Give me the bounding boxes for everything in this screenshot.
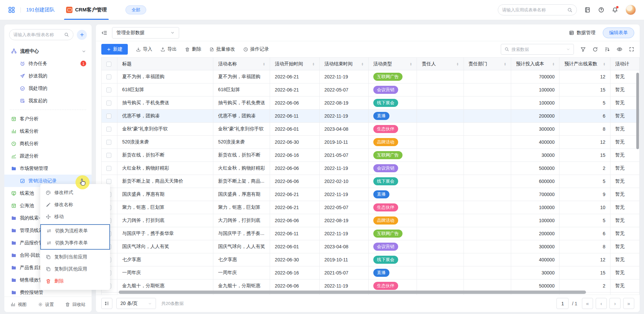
row-checkbox[interactable] (106, 127, 111, 132)
table-row[interactable]: 新货不断上架，商品天天降价新货不断上架，商品...2022-06-062022-… (102, 175, 640, 188)
sidebar-item-started-by-me[interactable]: 我发起的 (4, 95, 92, 107)
column-visibility-eye-icon[interactable] (616, 46, 623, 52)
table-row[interactable]: 国庆气球向，人人有奖国庆气球向，人人有奖2022-06-012023-04-08… (102, 240, 640, 253)
vertical-scrollbar[interactable] (636, 73, 639, 149)
column-header-type[interactable]: 活动类型▲▼ (368, 58, 417, 70)
global-search-input[interactable] (502, 7, 565, 12)
sidebar-section-process-center[interactable]: 流程中心 (4, 45, 92, 57)
menu-item-switch-to-flow-form[interactable]: 切换为流程表单 (41, 225, 109, 237)
table-search-input[interactable] (512, 47, 564, 52)
scope-badge[interactable]: 全部 (125, 5, 146, 14)
page-size-selector[interactable]: 20 条/页 (116, 298, 156, 309)
sidebar-item-opportunity-analysis[interactable]: 商机分析 (4, 137, 92, 150)
menu-item-rename[interactable]: 修改名称 (40, 199, 110, 211)
table-row[interactable]: 大刀阔斧，打折到底大刀阔斧，打折到底2022-06-062022-08-19品牌… (102, 214, 640, 227)
menu-item-move[interactable]: 移动 (40, 211, 110, 223)
tab-crm-app[interactable]: CRM客户管理 (66, 0, 107, 20)
sort-icon[interactable] (604, 47, 610, 52)
table-row[interactable]: 聚力，钜惠，巨划算聚力，钜惠，巨划算2022-06-212022-05-07生态… (102, 201, 640, 214)
last-page-button[interactable]: » (623, 298, 634, 309)
table-row[interactable]: 优惠不够，团购凑优惠不够，团购凑2022-06-112022-11-19直播20… (102, 110, 640, 123)
menu-item-switch-to-event-form[interactable]: 切换为事件表单 (41, 237, 109, 249)
batch-edit-button[interactable]: 批量修改 (209, 46, 235, 52)
form-search[interactable] (9, 29, 73, 40)
new-record-button[interactable]: 新建 (101, 44, 128, 55)
column-header-leads[interactable]: 预计产出线索数▲▼ (559, 58, 610, 70)
app-launcher-grid-icon[interactable] (8, 6, 15, 13)
column-header-end[interactable]: 活动结束时间▲▼ (319, 58, 368, 70)
row-height-button[interactable] (101, 298, 112, 309)
global-search[interactable] (498, 4, 577, 15)
prev-page-button[interactable]: ‹ (596, 298, 607, 309)
first-page-button[interactable]: « (582, 298, 593, 309)
menu-item-modify-style[interactable]: 修改样式 (40, 187, 110, 199)
sidebar-item-followup-analysis[interactable]: 跟进分析 (4, 150, 92, 162)
sort-caret[interactable]: ▲▼ (312, 62, 315, 66)
select-all-checkbox[interactable] (106, 62, 111, 67)
form-search-input[interactable] (13, 32, 62, 37)
data-manage-button[interactable]: 数据管理 (569, 30, 595, 36)
column-header-dept[interactable]: 责任部门▲▼ (464, 58, 511, 70)
delete-button[interactable]: 删除 (185, 46, 201, 52)
sort-caret[interactable]: ▲▼ (410, 62, 412, 66)
views-button[interactable]: 视图 (10, 302, 26, 308)
row-checkbox[interactable] (106, 101, 111, 106)
settings-button[interactable]: 设置 (38, 302, 54, 308)
table-row[interactable]: 火红金秋，购物好精彩火红金秋，购物好精彩2022-06-062022-11-19… (102, 162, 640, 175)
sidebar-item-cc-to-me[interactable]: 抄送我的 (4, 70, 92, 82)
horizontal-scrollbar[interactable] (119, 291, 586, 294)
column-header-owner[interactable]: 责任人▲▼ (417, 58, 464, 70)
row-checkbox[interactable] (106, 114, 111, 119)
sidebar-folder-marketing[interactable]: 市场营销管理 (4, 162, 92, 175)
row-checkbox[interactable] (106, 74, 111, 79)
table-row[interactable]: 与国庆甲子，携手奏华章与国庆甲子，携手奏...2022-06-112022-11… (102, 227, 640, 240)
help-button[interactable] (598, 7, 604, 13)
column-header-plan[interactable]: 活动计 (610, 58, 639, 70)
next-page-button[interactable]: › (609, 298, 621, 309)
column-header-cost[interactable]: 预计投入成本▲▼ (511, 58, 559, 70)
sort-caret[interactable]: ▲▼ (603, 62, 605, 66)
table-row[interactable]: 国庆盛典，厚惠有期国庆盛典，厚惠有期2022-06-212022-11-19直播… (102, 188, 640, 201)
table-row[interactable]: 一周年庆一周年庆2022-06-162021-05-07直播3000015暂无 (102, 266, 640, 279)
export-button[interactable]: 导出 (160, 46, 177, 52)
row-checkbox[interactable] (106, 166, 111, 171)
sidebar-item-leads-analysis[interactable]: 线索分析 (4, 125, 92, 137)
sort-caret[interactable]: ▲▼ (504, 62, 506, 66)
table-row[interactable]: 新货在线，折扣不断新货在线，折扣不断2022-06-162021-05-07互联… (102, 149, 640, 162)
edit-form-button[interactable]: 编辑表单 (603, 27, 634, 38)
menu-item-copy-to-current-app[interactable]: 复制到当前应用 (40, 251, 110, 263)
filter-funnel-icon[interactable] (580, 47, 586, 52)
collapse-sidebar-icon[interactable] (101, 30, 107, 36)
menu-item-copy-to-other-app[interactable]: 复制到其他应用 (40, 263, 110, 275)
user-avatar[interactable] (626, 5, 636, 15)
table-row[interactable]: 520浪漫来袭520浪漫来袭2022-06-302019-10-11品牌活动40… (102, 136, 640, 149)
column-header-name[interactable]: 活动名称▲▼ (213, 58, 270, 70)
table-row[interactable]: 七夕享惠七夕享惠2022-06-302019-10-11线下展会40000012… (102, 253, 640, 266)
table-row[interactable]: 抽号购买，手机免费送抽号购买，手机免费送2022-06-062022-08-19… (102, 97, 640, 110)
sidebar-item-todo-tasks[interactable]: 待办任务 1 (4, 57, 92, 70)
chevron-down-icon[interactable] (82, 49, 86, 54)
recycle-bin-button[interactable]: 回收站 (65, 302, 86, 308)
add-form-button[interactable] (77, 30, 87, 40)
sort-caret[interactable]: ▲▼ (361, 62, 364, 66)
table-row[interactable]: 618巨划算618巨划算2022-06-212022-05-07会议营销1000… (102, 83, 640, 97)
sidebar-item-customer-analysis[interactable]: 客户分析 (4, 113, 92, 125)
sort-caret[interactable]: ▲▼ (552, 62, 555, 66)
menu-item-delete[interactable]: 删除 (40, 275, 110, 287)
table-search[interactable] (501, 44, 574, 55)
address-book-button[interactable] (584, 7, 591, 13)
operation-log-button[interactable]: 操作记录 (243, 46, 269, 52)
row-checkbox[interactable] (106, 153, 111, 158)
sort-caret[interactable]: ▲▼ (457, 62, 459, 66)
row-checkbox[interactable] (106, 179, 111, 184)
team-name[interactable]: 191创建团队 (26, 7, 55, 13)
fullscreen-icon[interactable] (629, 47, 634, 52)
sort-caret[interactable]: ▲▼ (263, 62, 265, 66)
row-checkbox[interactable] (106, 87, 111, 92)
column-header-start[interactable]: 活动开始时间▲▼ (270, 58, 320, 70)
refresh-icon[interactable] (592, 47, 598, 52)
notifications-button[interactable] (612, 7, 618, 13)
data-view-selector[interactable]: 管理全部数据 (112, 27, 179, 39)
table-row[interactable]: 夏不为例，幸福团购夏不为例，幸福团购2022-06-212022-11-19互联… (102, 70, 640, 83)
table-row[interactable]: 金秋"豪"礼拿到你手软金秋"豪"礼拿到你手软2022-06-012023-04-… (102, 123, 640, 136)
